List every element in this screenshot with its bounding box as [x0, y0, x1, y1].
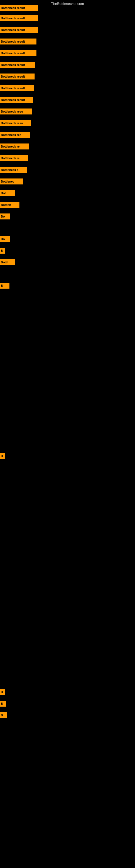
bottleneck-bar: Bot — [0, 190, 15, 196]
bottleneck-bar: Bottleneck re — [0, 144, 29, 150]
bottleneck-bar: B — [0, 283, 9, 289]
bottleneck-bar: Bottleneck result — [0, 5, 38, 11]
bottleneck-bar: Bottleneck resu — [0, 120, 31, 126]
bottleneck-bar: Bottleneck result — [0, 27, 38, 33]
bottleneck-bar: B — [0, 453, 5, 459]
bottleneck-bar: B — [0, 248, 5, 254]
bottleneck-bar: Bottleneck result — [0, 62, 35, 68]
bottleneck-bar: B — [0, 689, 5, 695]
bottleneck-bar: Bottl — [0, 259, 15, 265]
bottleneck-bar: Bottleneck result — [0, 73, 35, 80]
bottleneck-bar: Bottleneck result — [0, 38, 37, 44]
bottleneck-bar: Bottleneck result — [0, 15, 38, 21]
bottleneck-bar: Bottleneck result — [0, 97, 33, 103]
bottleneck-bar: Bottleneck res — [0, 132, 30, 138]
bottleneck-bar: B — [0, 712, 7, 718]
bottleneck-bar: B — [0, 701, 6, 707]
bottleneck-bar: Bottlenec — [0, 179, 23, 184]
bottleneck-bar: Bottleneck re — [0, 155, 28, 161]
bottleneck-bar: Bottleneck r — [0, 167, 27, 173]
bottleneck-bar: Bo — [0, 236, 10, 242]
bottleneck-bar: Bottleneck resu — [0, 108, 32, 115]
bottleneck-bar: Bottleneck result — [0, 50, 37, 56]
bottleneck-bar: Bottlen — [0, 202, 19, 208]
bottleneck-bar: Bo — [0, 214, 10, 219]
bottleneck-bar: Bottleneck result — [0, 85, 34, 91]
